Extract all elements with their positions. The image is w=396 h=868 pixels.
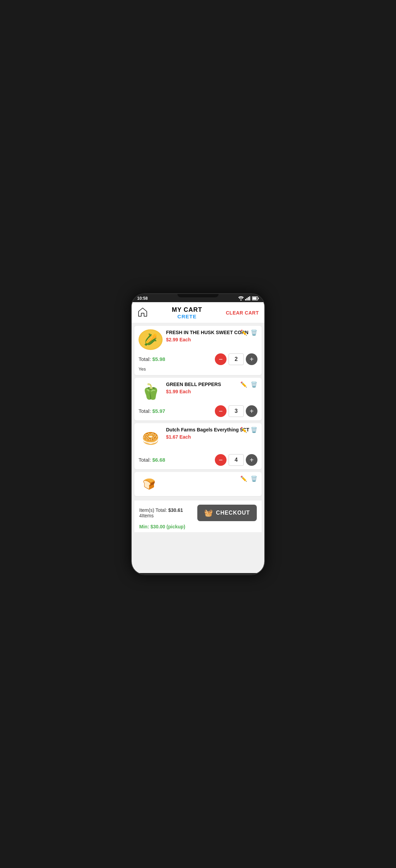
item-3-edit-button[interactable]: ✏️: [240, 427, 247, 433]
screen: MY CART CRETE CLEAR CART ✏️ 🗑️ 🌽 FRESH I…: [132, 302, 264, 573]
item-3-image: 🥯: [139, 427, 163, 451]
item-4-image: 🍞: [139, 475, 159, 493]
item-1-note: Yes: [139, 366, 257, 372]
item-2-qty-controls: − 3 +: [215, 405, 257, 417]
item-1-increase-button[interactable]: +: [246, 353, 257, 365]
item-1-edit-button[interactable]: ✏️: [240, 329, 247, 336]
item-1-total: Total: $5.98: [139, 356, 212, 362]
item-4-top-row: 🍞: [139, 475, 257, 493]
item-1-total-amount: $5.98: [152, 356, 165, 362]
item-4-edit-button[interactable]: ✏️: [240, 475, 247, 482]
cart-item-4-partial: ✏️ 🗑️ 🍞: [134, 472, 262, 496]
svg-rect-3: [248, 297, 249, 300]
cart-item-1: ✏️ 🗑️ 🌽 FRESH IN THE HUSK SWEET CORN $2.…: [134, 326, 262, 375]
item-4-actions: ✏️ 🗑️: [240, 475, 257, 482]
item-count: 4Items: [139, 513, 183, 518]
clear-cart-button[interactable]: CLEAR CART: [226, 310, 259, 316]
item-3-total-amount: $6.68: [152, 457, 165, 463]
battery-icon: [252, 296, 259, 300]
item-3-bottom-row: Total: $6.68 − 4 +: [139, 454, 257, 466]
item-2-actions: ✏️ 🗑️: [240, 381, 257, 388]
svg-rect-4: [249, 296, 250, 300]
svg-point-0: [240, 299, 242, 300]
checkout-info: Item(s) Total: $30.61 4Items: [139, 507, 183, 518]
item-2-total: Total: $5.97: [139, 408, 212, 414]
checkout-button[interactable]: 🧺 CHECKOUT: [197, 505, 257, 521]
item-4-delete-button[interactable]: 🗑️: [251, 475, 257, 482]
wifi-icon: [238, 296, 244, 300]
basket-icon: 🧺: [204, 509, 213, 517]
item-1-qty-controls: − 2 +: [215, 353, 257, 365]
item-2-edit-button[interactable]: ✏️: [240, 381, 247, 388]
item-3-actions: ✏️ 🗑️: [240, 427, 257, 433]
phone-frame: 10:58: [131, 293, 265, 575]
item-1-quantity: 2: [229, 353, 244, 365]
cart-item-3: ✏️ 🗑️ 🥯 Dutch Farms Bagels Everything 5C…: [134, 423, 262, 469]
checkout-bar: Item(s) Total: $30.61 4Items 🧺 CHECKOUT …: [134, 500, 262, 532]
item-2-decrease-button[interactable]: −: [215, 405, 227, 417]
item-2-bottom-row: Total: $5.97 − 3 +: [139, 405, 257, 417]
item-3-increase-button[interactable]: +: [246, 454, 257, 466]
item-3-total: Total: $6.68: [139, 457, 212, 463]
cart-items-list: ✏️ 🗑️ 🌽 FRESH IN THE HUSK SWEET CORN $2.…: [132, 323, 264, 535]
item-1-price: $2.99 Each: [166, 337, 257, 342]
item-1-bottom-row: Total: $5.98 − 2 +: [139, 353, 257, 365]
cart-item-2: ✏️ 🗑️ 🫑 GREEN BELL PEPPERS $1.99 Each To…: [134, 378, 262, 420]
checkout-top-row: Item(s) Total: $30.61 4Items 🧺 CHECKOUT: [139, 505, 257, 521]
item-1-top-row: 🌽 FRESH IN THE HUSK SWEET CORN $2.99 Eac…: [139, 329, 257, 350]
item-2-delete-button[interactable]: 🗑️: [251, 381, 257, 388]
item-2-increase-button[interactable]: +: [246, 405, 257, 417]
svg-rect-2: [246, 298, 248, 300]
page-title: MY CART: [148, 306, 226, 314]
checkout-label: CHECKOUT: [216, 510, 250, 516]
item-3-quantity: 4: [229, 454, 244, 466]
time-display: 10:58: [137, 296, 148, 301]
item-2-total-amount: $5.97: [152, 408, 165, 414]
item-2-price: $1.99 Each: [166, 389, 257, 394]
item-2-quantity: 3: [229, 405, 244, 417]
store-name: CRETE: [148, 314, 226, 319]
item-1-image: 🌽: [139, 329, 163, 350]
status-icons: [238, 296, 259, 300]
signal-icon: [245, 296, 251, 300]
home-icon: [137, 307, 148, 318]
header: MY CART CRETE CLEAR CART: [132, 302, 264, 323]
item-1-decrease-button[interactable]: −: [215, 353, 227, 365]
item-3-delete-button[interactable]: 🗑️: [251, 427, 257, 433]
item-3-price: $1.67 Each: [166, 434, 257, 440]
items-total-amount: $30.61: [168, 507, 183, 513]
items-total-line: Item(s) Total: $30.61: [139, 507, 183, 513]
svg-rect-6: [253, 297, 257, 299]
item-2-top-row: 🫑 GREEN BELL PEPPERS $1.99 Each: [139, 381, 257, 402]
bottom-bar: [132, 573, 264, 575]
header-center: MY CART CRETE: [148, 306, 226, 319]
items-total-label: Item(s) Total:: [139, 507, 167, 513]
item-3-qty-controls: − 4 +: [215, 454, 257, 466]
min-order-text: Min: $30.00 (pickup): [139, 524, 257, 529]
svg-rect-1: [245, 299, 246, 300]
item-2-image: 🫑: [139, 381, 163, 402]
item-3-top-row: 🥯 Dutch Farms Bagels Everything 5CT $1.6…: [139, 427, 257, 451]
item-3-decrease-button[interactable]: −: [215, 454, 227, 466]
item-1-actions: ✏️ 🗑️: [240, 329, 257, 336]
item-1-delete-button[interactable]: 🗑️: [251, 329, 257, 336]
notch: [177, 294, 219, 297]
home-button[interactable]: [137, 307, 148, 319]
